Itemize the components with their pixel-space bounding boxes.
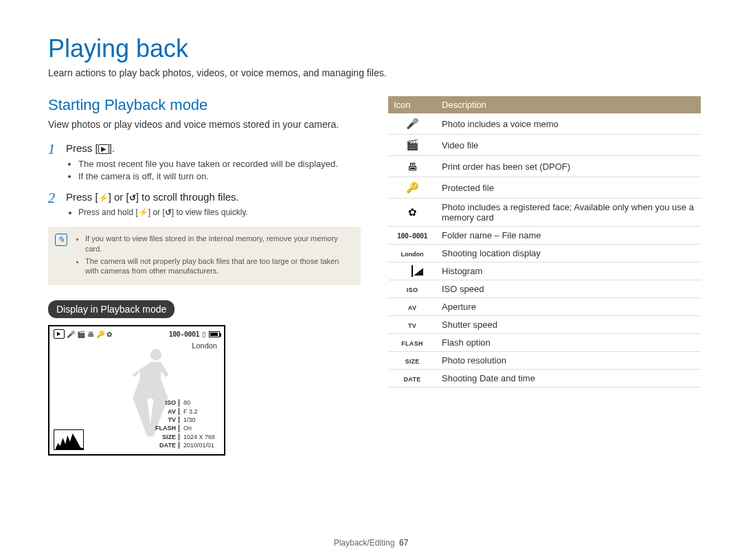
meta-value: F 3.2 [181, 408, 217, 415]
table-row: FLASHFlash option [388, 334, 701, 352]
voice-memo-icon: 🎤 [404, 117, 420, 131]
table-row: 🔑Protected file [388, 177, 701, 199]
timer-nav-icon: ↺ [129, 193, 136, 203]
table-row: DATEShooting Date and time [388, 370, 701, 388]
meta-value: 2010/01/01 [181, 442, 217, 449]
icon-description-table: Icon Description 🎤Photo includes a voice… [388, 96, 701, 388]
playback-mode-icon [54, 329, 65, 339]
note-icon: ✎ [55, 234, 67, 246]
tv-label-icon: TV [408, 322, 416, 329]
iso-label-icon: ISO [407, 287, 418, 293]
note-item: The camera will not properly play back f… [85, 256, 352, 277]
icon-description: Photo includes a voice memo [436, 113, 701, 135]
location-label-icon: London [401, 251, 424, 258]
step-2-sublist: Press and hold [⚡] or [↺] to view files … [69, 208, 361, 217]
icon-description: Photo includes a registered face; Availa… [436, 199, 701, 227]
step-1: 1 Press [▶]. [48, 142, 361, 156]
timer-nav-icon: ↺ [165, 208, 172, 217]
histogram-display [54, 429, 84, 450]
icon-description: Shooting Date and time [436, 370, 701, 388]
step-2: 2 Press [⚡] or [↺] to scroll through fil… [48, 191, 361, 205]
folder-file-name-icon: 100-0001 [397, 232, 427, 240]
video-file-icon: 🎬 [404, 138, 420, 152]
playback-button-icon: ▶ [98, 144, 109, 154]
memory-card-icon: ▯ [202, 331, 206, 338]
meta-label: AV [153, 408, 179, 415]
meta-value: 80 [181, 399, 217, 406]
protected-file-icon: 🔑 [96, 331, 104, 338]
flash-label-icon: FLASH [401, 340, 423, 347]
meta-label: DATE [153, 442, 179, 449]
icon-description: Aperture [436, 298, 701, 316]
page-title: Playing back [48, 34, 701, 63]
meta-label: SIZE [153, 434, 179, 440]
icon-description: Shutter speed [436, 316, 701, 334]
flash-nav-icon: ⚡ [138, 208, 148, 217]
note-box: ✎ If you want to view files stored in th… [48, 227, 361, 285]
step-number: 1 [48, 142, 59, 156]
step-detail: The most recent file you have taken or r… [78, 159, 361, 169]
icon-description: Video file [436, 135, 701, 156]
registered-face-icon: ✿ [106, 331, 112, 338]
histogram-icon [412, 265, 413, 277]
date-label-icon: DATE [403, 376, 420, 383]
video-file-icon: 🎬 [77, 331, 85, 338]
step-number: 2 [48, 191, 59, 205]
icon-description: Print order has been set (DPOF) [436, 156, 701, 177]
table-row: ✿Photo includes a registered face; Avail… [388, 199, 701, 227]
playback-display-example: 🎤 🎬 🖶 🔑 ✿ 100-0001 ▯ London [48, 325, 225, 456]
section-heading: Starting Playback mode [48, 96, 361, 114]
step-text: Press [ [66, 142, 98, 154]
page-intro: Learn actions to play back photos, video… [48, 67, 701, 78]
table-row: 🎬Video file [388, 135, 701, 156]
subsection-pill: Display in Playback mode [48, 300, 175, 318]
table-row: ISOISO speed [388, 280, 701, 298]
step-detail: Press and hold [⚡] or [↺] to view files … [78, 208, 361, 217]
icon-description: Flash option [436, 334, 701, 352]
step-text: ] to scroll through files. [136, 191, 239, 203]
table-row: 🖶Print order has been set (DPOF) [388, 156, 701, 177]
footer-page-number: 67 [399, 538, 408, 548]
print-order-icon: 🖶 [404, 159, 420, 173]
meta-value: On [181, 425, 217, 432]
table-row: 🎤Photo includes a voice memo [388, 113, 701, 135]
step-detail: If the camera is off, it will turn on. [78, 171, 361, 181]
table-row: 100-0001Folder name – File name [388, 227, 701, 245]
note-item: If you want to view files stored in the … [85, 234, 352, 254]
meta-label: ISO [153, 399, 179, 406]
icon-description: Folder name – File name [436, 227, 701, 245]
registered-face-icon: ✿ [404, 205, 420, 219]
icon-description: Photo resolution [436, 352, 701, 370]
voice-memo-icon: 🎤 [67, 331, 75, 338]
battery-icon [209, 331, 220, 337]
location-display: London [192, 341, 217, 350]
table-row: Histogram [388, 262, 701, 280]
meta-label: TV [153, 416, 179, 423]
table-header-icon: Icon [388, 96, 436, 113]
flash-nav-icon: ⚡ [98, 193, 109, 203]
meta-value: 1024 X 768 [181, 434, 217, 440]
table-row: TVShutter speed [388, 316, 701, 334]
step-text: ] or [ [109, 191, 129, 203]
section-desc: View photos or play videos and voice mem… [48, 118, 361, 131]
photo-metadata: ISO80 AVF 3.2 TV1/30 FLASHOn SIZE1024 X … [152, 398, 218, 450]
meta-label: FLASH [153, 425, 179, 432]
folder-file-name: 100-0001 [169, 331, 199, 338]
table-row: LondonShooting location display [388, 245, 701, 262]
av-label-icon: AV [408, 304, 416, 311]
table-row: AVAperture [388, 298, 701, 316]
step-1-sublist: The most recent file you have taken or r… [69, 159, 361, 181]
protected-file-icon: 🔑 [404, 181, 420, 194]
step-text: ]. [109, 142, 115, 154]
icon-description: Protected file [436, 177, 701, 199]
step-text: Press [ [66, 191, 98, 203]
footer-section: Playback/Editing [334, 538, 395, 548]
size-label-icon: SIZE [405, 358, 419, 365]
meta-value: 1/30 [181, 416, 217, 423]
page-footer: Playback/Editing 67 [0, 538, 742, 548]
icon-description: ISO speed [436, 280, 701, 298]
icon-description: Histogram [436, 262, 701, 280]
table-header-description: Description [436, 96, 701, 113]
icon-description: Shooting location display [436, 245, 701, 262]
table-row: SIZEPhoto resolution [388, 352, 701, 370]
